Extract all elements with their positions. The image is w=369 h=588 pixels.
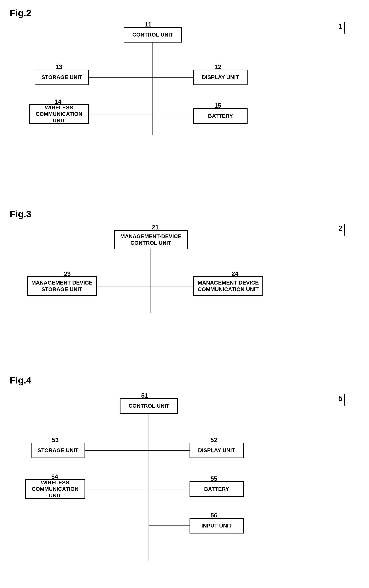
fig2-battery-ref: 15 — [214, 102, 221, 109]
fig4-storage-ref: 53 — [52, 437, 59, 444]
fig4-battery: BATTERY — [190, 481, 244, 497]
fig3-lines — [0, 0, 369, 367]
fig2-storage-ref: 13 — [55, 63, 62, 70]
fig3-storage-unit: MANAGEMENT-DEVICE STORAGE UNIT — [27, 276, 97, 296]
fig3-label: Fig.3 — [10, 209, 31, 219]
fig2-label: Fig.2 — [10, 8, 31, 18]
fig2-battery: BATTERY — [193, 108, 247, 124]
fig2-display-ref: 12 — [214, 63, 221, 70]
fig2-storage-unit: STORAGE UNIT — [35, 70, 89, 85]
fig4-wireless-ref: 54 — [51, 473, 58, 480]
fig2-device-number: 1 — [338, 22, 342, 30]
fig2-display-unit: DISPLAY UNIT — [193, 70, 247, 85]
fig2-bracket: \ — [343, 19, 346, 37]
fig3-comm-unit: MANAGEMENT-DEVICE COMMUNICATION UNIT — [193, 276, 263, 296]
fig3-device-number: 2 — [338, 224, 342, 232]
fig4-label: Fig.4 — [10, 375, 31, 386]
fig4-input-ref: 56 — [210, 512, 217, 519]
fig4-input-unit: INPUT UNIT — [190, 518, 244, 533]
fig2-wireless-ref: 14 — [54, 98, 62, 105]
fig2-control-unit: CONTROL UNIT — [124, 27, 182, 42]
fig4-wireless-unit: WIRELESS COMMUNICATION UNIT — [25, 479, 85, 499]
fig4-control-ref: 51 — [141, 392, 148, 399]
fig4-display-ref: 52 — [210, 437, 217, 444]
fig2-control-ref: 11 — [145, 21, 152, 28]
fig4-device-number: 5 — [338, 394, 342, 403]
fig3-storage-ref: 23 — [64, 270, 71, 277]
fig4-bracket: \ — [343, 391, 346, 409]
fig4-control-unit: CONTROL UNIT — [120, 398, 178, 414]
fig4-battery-ref: 55 — [210, 475, 217, 482]
fig4-storage-unit: STORAGE UNIT — [31, 443, 85, 458]
fig3-comm-ref: 24 — [232, 270, 238, 277]
fig2-wireless-unit: WIRELESS COMMUNICATION UNIT — [29, 104, 89, 124]
fig3-bracket: \ — [343, 221, 346, 239]
fig4-display-unit: DISPLAY UNIT — [190, 443, 244, 458]
fig3-control-unit: MANAGEMENT-DEVICE CONTROL UNIT — [114, 230, 188, 249]
fig3-control-ref: 21 — [152, 224, 159, 231]
